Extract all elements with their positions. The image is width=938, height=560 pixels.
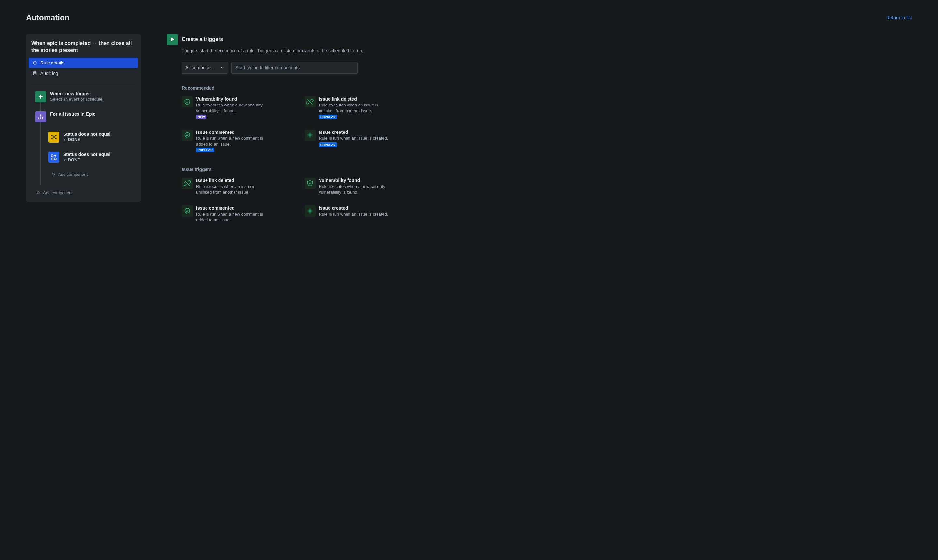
svg-rect-18 — [51, 155, 54, 157]
trigger-description: Rule executes when an issue is unlinked … — [196, 184, 268, 195]
unlink-icon — [305, 96, 316, 108]
component-search-input[interactable] — [231, 62, 357, 74]
step-title: Status does not equal — [63, 132, 111, 137]
shuffle-icon — [48, 132, 59, 143]
trigger-selection-panel: Create a triggers Triggers start the exe… — [167, 34, 414, 237]
shield-icon — [305, 178, 316, 189]
add-label: Add component — [43, 191, 72, 195]
step-trigger[interactable]: When: new trigger Select an event or sch… — [35, 91, 138, 111]
play-icon — [167, 34, 178, 45]
trigger-card[interactable]: Issue link deletedRule executes when an … — [305, 96, 414, 119]
panel-title: Create a triggers — [182, 37, 223, 42]
trigger-description: Rule executes when an issue is unlinked … — [319, 102, 391, 114]
section-issue-title: Issue triggers — [182, 167, 414, 172]
comment-icon — [182, 129, 193, 141]
step-title: When: new trigger — [50, 91, 102, 96]
trigger-title: Vulnerability found — [196, 96, 268, 102]
trigger-description: Rule executes when a new security vulner… — [319, 184, 391, 195]
nav-audit-log[interactable]: Audit log — [29, 68, 138, 78]
trigger-card[interactable]: Issue createdRule is run when an issue i… — [305, 205, 414, 223]
divider — [31, 84, 136, 84]
trigger-description: Rule is run when a new comment is added … — [196, 135, 268, 147]
branch-icon — [35, 111, 46, 122]
svg-rect-9 — [40, 114, 41, 115]
new-badge: NEW — [196, 115, 206, 119]
component-filter-dropdown[interactable]: All compone... — [182, 62, 228, 74]
plus-icon — [305, 129, 316, 141]
shield-icon — [182, 96, 193, 108]
trigger-title: Issue link deleted — [319, 96, 391, 102]
step-branch[interactable]: For all issues in Epic — [35, 111, 138, 132]
trigger-card[interactable]: Issue link deletedRule executes when an … — [182, 178, 291, 195]
nav-label: Audit log — [40, 71, 58, 76]
step-condition-2[interactable]: Status does not equal to DONE — [48, 152, 138, 172]
add-label: Add component — [58, 172, 88, 177]
comment-icon — [182, 205, 193, 217]
trigger-description: Rule is run when a new comment is added … — [196, 211, 268, 223]
svg-point-27 — [185, 208, 190, 213]
panel-description: Triggers start the execution of a rule. … — [182, 48, 414, 53]
nav-label: Rule details — [40, 60, 64, 65]
step-subtitle: to DONE — [63, 157, 111, 162]
plus-icon — [305, 205, 316, 217]
trigger-description: Rule is run when an issue is created. — [319, 211, 388, 217]
section-recommended-title: Recommended — [182, 85, 414, 91]
step-subtitle: to DONE — [63, 137, 111, 142]
chevron-down-icon — [220, 66, 225, 70]
step-condition-1[interactable]: Status does not equal to DONE — [48, 132, 138, 152]
arrow-icon: → — [93, 42, 97, 46]
plus-icon — [35, 91, 46, 102]
popular-badge: POPULAR — [319, 142, 337, 148]
trigger-card[interactable]: Issue commentedRule is run when a new co… — [182, 129, 291, 152]
trigger-title: Issue commented — [196, 205, 268, 211]
svg-point-21 — [185, 132, 190, 137]
transition-icon — [48, 152, 59, 163]
trigger-description: Rule executes when a new security vulner… — [196, 102, 268, 114]
svg-point-2 — [34, 62, 35, 62]
circle-icon — [37, 191, 40, 194]
rule-name-title: When epic is completed → then close all … — [29, 39, 138, 58]
step-title: Status does not equal — [63, 152, 111, 157]
rule-sidebar: When epic is completed → then close all … — [26, 34, 141, 202]
trigger-title: Issue link deleted — [196, 178, 268, 183]
nav-rule-details[interactable]: Rule details — [29, 58, 138, 68]
step-subtitle: Select an event or schedule — [50, 97, 102, 102]
dropdown-label: All compone... — [185, 65, 214, 70]
trigger-card[interactable]: Vulnerability foundRule executes when a … — [305, 178, 414, 195]
trigger-title: Issue commented — [196, 129, 268, 135]
trigger-title: Issue created — [319, 205, 388, 211]
svg-rect-11 — [40, 118, 41, 119]
step-title: For all issues in Epic — [50, 111, 95, 117]
trigger-card[interactable]: Vulnerability foundRule executes when a … — [182, 96, 291, 119]
unlink-icon — [182, 178, 193, 189]
svg-rect-19 — [54, 158, 56, 160]
circle-icon — [52, 173, 55, 175]
info-icon — [32, 60, 37, 65]
add-component-root[interactable]: Add component — [33, 191, 138, 195]
log-icon — [32, 71, 37, 75]
add-component-branch[interactable]: Add component — [48, 172, 88, 177]
trigger-title: Issue created — [319, 129, 391, 135]
page-title: Automation — [26, 13, 69, 22]
trigger-title: Vulnerability found — [319, 178, 391, 183]
svg-rect-10 — [39, 118, 39, 119]
return-to-list-link[interactable]: Return to list — [886, 15, 912, 20]
popular-badge: POPULAR — [196, 148, 214, 152]
svg-rect-12 — [42, 118, 43, 119]
popular-badge: POPULAR — [319, 115, 337, 119]
trigger-card[interactable]: Issue commentedRule is run when a new co… — [182, 205, 291, 223]
trigger-card[interactable]: Issue createdRule is run when an issue i… — [305, 129, 414, 152]
trigger-description: Rule is run when an issue is created. PO… — [319, 135, 391, 148]
connector-line — [40, 163, 41, 185]
